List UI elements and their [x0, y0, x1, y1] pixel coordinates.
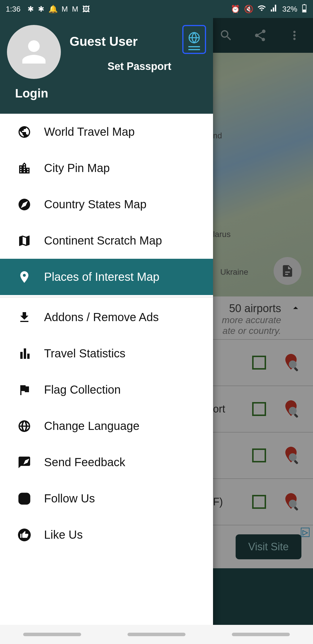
compass-icon — [17, 198, 31, 211]
svg-rect-2 — [303, 10, 306, 12]
menu-label: Continent Scratch Map — [44, 234, 162, 247]
wifi-icon — [257, 4, 266, 15]
menu-label: Like Us — [44, 528, 83, 541]
menu-label: Country States Map — [44, 198, 147, 211]
map-icon — [17, 234, 31, 248]
language-icon — [17, 419, 31, 433]
menu-label: Travel Statistics — [44, 347, 125, 360]
menu-label: Places of Interest Map — [44, 270, 159, 283]
avatar[interactable] — [7, 25, 61, 79]
flag-icon — [17, 383, 31, 397]
drawer-menu: World Travel Map City Pin Map Country St… — [0, 114, 213, 644]
download-icon — [17, 310, 31, 324]
bar-chart-icon — [17, 347, 31, 361]
city-icon — [17, 161, 31, 175]
menu-addons[interactable]: Addons / Remove Ads — [0, 299, 213, 335]
drawer-header: Guest User Set Passport Login — [0, 18, 213, 114]
mute-icon: 🔇 — [244, 5, 253, 14]
menu-send-feedback[interactable]: Send Feedback — [0, 444, 213, 480]
user-name: Guest User — [70, 34, 174, 49]
slack-icon: ✱ — [28, 5, 34, 14]
nav-back[interactable] — [232, 633, 290, 636]
gmail-icon: M — [72, 5, 78, 14]
menu-label: Addons / Remove Ads — [44, 311, 159, 324]
thumbs-up-icon — [17, 528, 31, 542]
menu-places-of-interest-map[interactable]: Places of Interest Map — [0, 259, 213, 295]
slack-icon: ✱ — [38, 5, 44, 14]
menu-label: Change Language — [44, 419, 139, 433]
svg-point-14 — [27, 495, 28, 496]
menu-world-travel-map[interactable]: World Travel Map — [0, 114, 213, 150]
image-icon: 🖼 — [82, 5, 90, 14]
menu-change-language[interactable]: Change Language — [0, 408, 213, 444]
divider — [0, 297, 213, 297]
status-time: 1:36 — [6, 5, 21, 14]
menu-country-states-map[interactable]: Country States Map — [0, 186, 213, 222]
passport-icon[interactable] — [182, 25, 206, 54]
menu-follow-us[interactable]: Follow Us — [0, 480, 213, 517]
menu-city-pin-map[interactable]: City Pin Map — [0, 150, 213, 186]
alarm-icon: ⏰ — [231, 5, 240, 14]
navigation-drawer: Guest User Set Passport Login World Trav… — [0, 18, 213, 644]
status-bar: 1:36 ✱ ✱ 🔔 M M 🖼 ⏰ 🔇 32% — [0, 0, 313, 18]
battery-icon — [301, 4, 307, 15]
menu-label: City Pin Map — [44, 162, 110, 175]
svg-rect-1 — [304, 4, 305, 5]
menu-label: Follow Us — [44, 492, 95, 505]
menu-continent-scratch-map[interactable]: Continent Scratch Map — [0, 222, 213, 259]
globe-icon — [17, 125, 31, 139]
scrim-overlay[interactable] — [213, 18, 313, 644]
feedback-icon — [17, 455, 31, 469]
bell-icon: 🔔 — [48, 5, 58, 14]
instagram-icon — [17, 492, 31, 506]
svg-point-13 — [22, 496, 27, 501]
menu-label: Flag Collection — [44, 383, 121, 396]
menu-flag-collection[interactable]: Flag Collection — [0, 372, 213, 408]
menu-travel-statistics[interactable]: Travel Statistics — [0, 335, 213, 372]
login-link[interactable]: Login — [15, 86, 206, 100]
menu-like-us[interactable]: Like Us — [0, 517, 213, 553]
gmail-icon: M — [62, 5, 68, 14]
system-nav-bar — [0, 625, 313, 644]
signal-icon — [270, 4, 278, 14]
menu-label: World Travel Map — [44, 125, 135, 138]
nav-recent[interactable] — [23, 633, 81, 636]
pin-icon — [17, 270, 31, 284]
menu-label: Send Feedback — [44, 456, 125, 469]
set-passport-link[interactable]: Set Passport — [108, 60, 171, 73]
nav-home[interactable] — [128, 633, 185, 636]
battery-percent: 32% — [282, 5, 297, 14]
